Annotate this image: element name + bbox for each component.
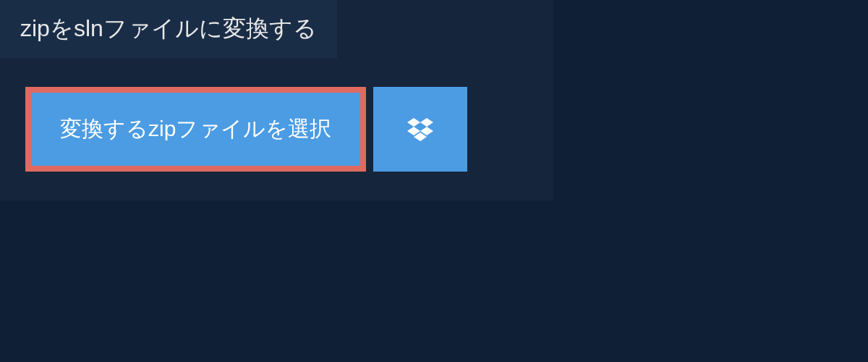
converter-panel: zipをslnファイルに変換する 変換するzipファイルを選択 [0,0,553,201]
dropbox-icon [407,118,433,141]
page-title: zipをslnファイルに変換する [20,15,317,41]
action-button-row: 変換するzipファイルを選択 [25,87,553,172]
dropbox-button[interactable] [373,87,467,172]
select-file-button[interactable]: 変換するzipファイルを選択 [25,87,366,172]
title-bar: zipをslnファイルに変換する [0,0,337,58]
select-file-label: 変換するzipファイルを選択 [60,114,331,144]
